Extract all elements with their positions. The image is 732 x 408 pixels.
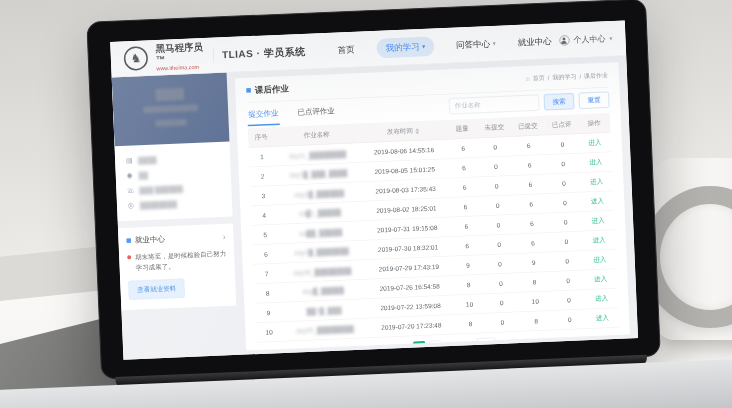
reset-button[interactable]: 重置 [579,91,610,108]
nav-item-my-learning[interactable]: 我的学习▾ [376,36,434,58]
homework-table: 序号 作业名称 发布时间 题量 未提交 已提交 已点评 操作 [248,113,619,342]
tabs: 提交作业 已点评作业 [247,99,336,126]
cell-action: 进入 [585,288,617,309]
cell-submitted: 8 [517,271,551,292]
total-count: 共 14 条 [371,344,393,350]
cell-action: 进入 [579,132,611,153]
cell-submitted: 6 [515,213,549,234]
cell-homework-name: day05_████████ [282,318,368,341]
cell-question-count: 8 [453,274,484,295]
next-page-button[interactable]: › [445,340,457,351]
profile-card: ████ ██████████████ ████████ ▤████ ◉██ ☏… [112,73,233,222]
cell-index: 2 [250,166,276,187]
chevron-down-icon: ▾ [422,43,425,50]
cell-index: 4 [251,205,277,226]
job-center-header[interactable]: 就业中心 › [126,232,225,246]
search-bar: 搜索 重置 [449,91,610,114]
chevron-down-icon: ▾ [492,40,495,47]
nav-item-job-center[interactable]: 就业中心 [517,35,551,48]
laptop: ♞ 黑马程序员™ www.itheima.com TLIAS · 学员系统 首页… [56,0,695,408]
enter-link[interactable]: 进入 [595,294,608,302]
col-reviewed: 已点评 [544,114,578,135]
page-suffix: 页 [499,339,505,348]
enter-link[interactable]: 进入 [590,177,603,185]
cell-not-submitted: 0 [480,175,514,196]
page-button-2[interactable]: 2 [429,340,441,350]
cell-action: 进入 [581,191,613,212]
col-index: 序号 [248,127,274,147]
nav-item-qa-center[interactable]: 问答中心▾ [456,38,496,51]
breadcrumb-separator: / [579,73,581,80]
main-nav: 首页 我的学习▾ 问答中心▾ 就业中心 [337,31,552,59]
cell-submitted: 6 [512,135,546,156]
enter-link[interactable]: 进入 [596,314,609,322]
cell-submitted: 6 [512,155,546,176]
cell-action: 进入 [583,230,615,251]
profile-info-list: ▤████ ◉██ ☏███ ██████ ◎████████ [115,142,233,222]
photo-scene: ♞ 黑马程序员™ www.itheima.com TLIAS · 学员系统 首页… [0,0,732,408]
cell-submitted: 10 [518,291,552,312]
cell-not-submitted: 0 [484,292,518,313]
brand-url: www.itheima.com [156,63,206,71]
section-marker [126,238,131,243]
cell-reviewed: 0 [553,309,587,330]
tab-reviewed-homework[interactable]: 已点评作业 [296,99,336,124]
breadcrumb-home[interactable]: 首页 [533,74,545,83]
tab-submit-homework[interactable]: 提交作业 [247,101,280,126]
cell-question-count: 6 [451,216,482,237]
cell-question-count: 6 [451,235,482,256]
cell-question-count: 6 [448,157,479,178]
chevron-down-icon: ▾ [609,35,612,42]
enter-link[interactable]: 进入 [588,138,601,146]
job-center-title: 就业中心 [135,234,165,245]
breadcrumb-my-learning[interactable]: 我的学习 [552,72,576,81]
view-job-materials-button[interactable]: 查看就业资料 [128,278,185,299]
goto-page-input[interactable] [477,338,496,351]
class-icon: ▤ [125,156,133,164]
home-icon: ⌂ [526,75,530,82]
nav-item-home[interactable]: 首页 [337,43,354,55]
vertical-divider [213,48,214,63]
cell-reviewed: 0 [546,153,580,174]
cell-question-count: 6 [447,138,478,159]
col-question-count: 题量 [447,119,478,140]
main-panel: 课后作业 ⌂ 首页/ 我的学习/ 课后作业 [235,62,630,350]
cell-not-submitted: 0 [484,273,518,294]
search-button[interactable]: 搜索 [544,93,575,110]
cell-index: 7 [254,263,280,284]
enter-link[interactable]: 进入 [589,158,602,166]
page-button-1[interactable]: 1 [413,341,425,350]
student-class-line: ██████████████ [113,102,228,116]
itheima-logo-horse-icon: ♞ [123,46,148,71]
laptop-bezel: ♞ 黑马程序员™ www.itheima.com TLIAS · 学员系统 首页… [86,0,661,380]
cell-submitted: 8 [519,310,553,331]
sort-icon[interactable] [415,128,419,134]
cell-question-count: 10 [454,294,485,315]
homework-name-input[interactable] [449,94,540,114]
cell-index: 3 [250,185,276,206]
cell-reviewed: 0 [548,212,582,233]
sidebar: ████ ██████████████ ████████ ▤████ ◉██ ☏… [112,73,239,360]
cell-reviewed: 0 [552,290,586,311]
cell-not-submitted: 0 [481,214,515,235]
enter-link[interactable]: 进入 [592,236,605,244]
col-action: 操作 [578,113,610,134]
enter-link[interactable]: 进入 [591,197,604,205]
job-center-notice: 期末将至，是时候检验自己努力学习成果了。 [127,248,227,274]
cell-reviewed: 0 [551,270,585,291]
cell-not-submitted: 0 [480,195,514,216]
cell-action: 进入 [580,171,612,192]
cell-submitted: 6 [514,194,548,215]
phone-icon: ☏ [126,186,134,194]
prev-page-button[interactable]: ‹ [397,342,409,351]
list-item: ◎████████ [127,194,223,213]
section-marker [246,88,251,93]
user-menu[interactable]: 个人中心 ▾ [559,33,612,46]
user-menu-label: 个人中心 [573,33,605,45]
enter-link[interactable]: 进入 [593,255,606,263]
enter-link[interactable]: 进入 [594,275,607,283]
cell-action: 进入 [586,308,618,329]
profile-header: ████ ██████████████ ████████ [112,73,230,147]
enter-link[interactable]: 进入 [592,216,605,224]
cell-action: 进入 [584,249,616,270]
